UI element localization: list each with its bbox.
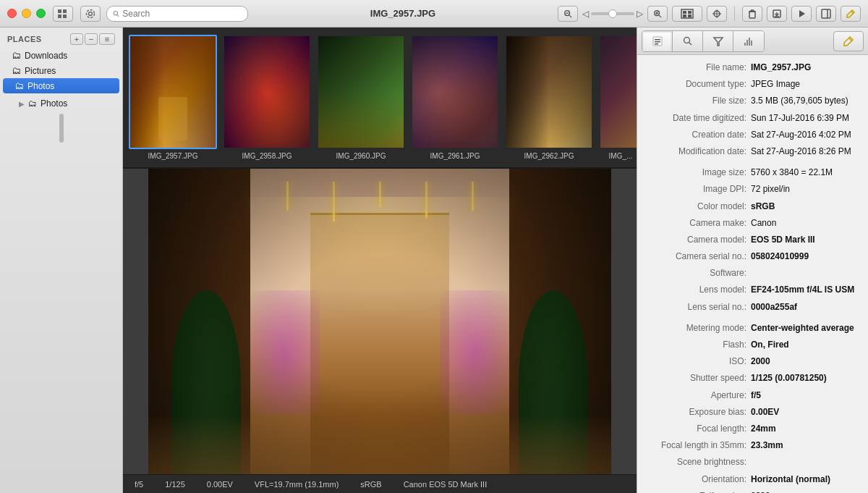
status-camera: Canon EOS 5D Mark III <box>404 480 488 489</box>
info-label: File name: <box>646 61 751 75</box>
tab-info[interactable] <box>642 31 673 51</box>
svg-rect-18 <box>683 14 686 17</box>
info-label: Modification date: <box>646 145 751 159</box>
remove-sidebar-item-button[interactable]: − <box>85 33 98 45</box>
sidebar-item-photos[interactable]: 🗂 Photos <box>3 78 119 93</box>
svg-marker-41 <box>714 38 723 46</box>
tab-histogram[interactable] <box>733 31 764 51</box>
film-item-1[interactable]: IMG_2958.JPG <box>223 35 311 160</box>
search-input[interactable] <box>122 9 242 19</box>
add-sidebar-item-button[interactable]: + <box>70 33 83 45</box>
sidebar-item-pictures[interactable]: 🗂 Pictures <box>0 63 122 78</box>
sidebar-header: Places + − ≡ <box>0 28 122 48</box>
svg-line-7 <box>117 14 119 16</box>
info-value: 0.00EV <box>751 405 859 419</box>
film-item-0[interactable]: IMG_2957.JPG <box>129 35 217 160</box>
tab-filter[interactable] <box>703 31 733 51</box>
info-label: Camera make: <box>646 216 751 230</box>
svg-rect-43 <box>746 40 748 46</box>
info-tab-group <box>642 30 765 52</box>
svg-point-6 <box>114 11 117 14</box>
search-bar[interactable] <box>106 6 248 22</box>
svg-line-14 <box>659 15 661 17</box>
info-value: f/5 <box>751 389 859 403</box>
film-item-5[interactable]: IMG_... <box>599 35 637 160</box>
status-shutter: 1/125 <box>165 480 185 489</box>
delete-button[interactable] <box>742 6 762 22</box>
edit-button[interactable] <box>841 6 861 22</box>
zoom-out-button[interactable] <box>558 6 578 22</box>
sidebar-group-photos[interactable]: ▶ 🗂 Photos <box>0 96 122 111</box>
info-label: Exposure bias: <box>646 405 751 419</box>
close-button[interactable] <box>7 9 17 18</box>
info-value: 24mm <box>751 422 859 436</box>
info-row-software: Software: <box>637 265 868 282</box>
info-value: 1/125 (0.00781250) <box>751 371 859 385</box>
info-row-doctype: Document type: JPEG Image <box>637 76 868 93</box>
photo-area <box>123 169 637 474</box>
film-item-3[interactable]: IMG_2961.JPG <box>411 35 499 160</box>
folder-icon: 🗂 <box>12 50 21 61</box>
svg-rect-32 <box>822 9 830 18</box>
info-value: sRGB <box>751 200 859 214</box>
grid-view-button[interactable] <box>53 6 73 22</box>
info-label: Shutter speed: <box>646 371 751 385</box>
info-label: Aperture: <box>646 389 751 403</box>
search-icon <box>113 10 119 17</box>
fit-to-window-button[interactable] <box>707 6 727 22</box>
film-label: IMG_2957.JPG <box>148 152 198 160</box>
film-thumb[interactable] <box>505 35 593 149</box>
maximize-button[interactable] <box>36 9 46 18</box>
info-label: Color model: <box>646 200 751 214</box>
svg-rect-38 <box>655 43 658 45</box>
info-value: EF24-105mm f/4L IS USM <box>751 283 859 297</box>
svg-rect-0 <box>58 9 61 13</box>
tab-search[interactable] <box>673 31 703 51</box>
svg-point-5 <box>87 9 95 17</box>
film-item-4[interactable]: IMG_2962.JPG <box>505 35 593 160</box>
info-label: ISO: <box>646 355 751 368</box>
sidebar-options-button[interactable]: ≡ <box>99 33 115 45</box>
info-row-lensserial: Lens serial no.: 0000a255af <box>637 299 868 316</box>
scrollbar[interactable] <box>59 114 64 143</box>
info-value: 2000 <box>751 355 859 368</box>
svg-point-39 <box>684 37 689 43</box>
svg-rect-1 <box>63 9 67 13</box>
film-label: IMG_2960.JPG <box>336 152 386 160</box>
zoom-slider[interactable]: ◁ ▷ <box>582 9 643 19</box>
sidebar-item-downloads[interactable]: 🗂 Downloads <box>0 48 122 63</box>
info-label: File size: <box>646 94 751 108</box>
film-thumb[interactable] <box>411 35 499 149</box>
filmstrip: IMG_2957.JPG IMG_2958.JPG IMG_2960.JPG <box>123 28 637 169</box>
toolbar-right: ◁ ▷ <box>558 6 861 22</box>
sidebar-group: ▶ 🗂 Photos <box>0 96 122 111</box>
film-thumb[interactable] <box>129 35 217 149</box>
settings-button[interactable] <box>80 6 101 22</box>
film-thumb[interactable] <box>223 35 311 149</box>
film-thumb[interactable] <box>599 35 637 149</box>
info-label: Exif version: <box>646 489 751 493</box>
tab-edit[interactable] <box>833 31 864 51</box>
divider <box>734 7 735 21</box>
info-value: EOS 5D Mark III <box>751 233 859 247</box>
zoom-in-button[interactable] <box>647 6 668 22</box>
info-row-ev: Exposure bias: 0.00EV <box>637 404 868 421</box>
export-button[interactable] <box>767 6 787 22</box>
info-row-iso: ISO: 2000 <box>637 353 868 370</box>
info-row-orientation: Orientation: Horizontal (normal) <box>637 471 868 488</box>
scrollbar-track <box>0 111 122 493</box>
sidebar: Places + − ≡ 🗂 Downloads 🗂 Pictures 🗂 Ph… <box>0 28 123 493</box>
info-value: Sun 17-Jul-2016 6:39 PM <box>751 111 859 125</box>
minimize-button[interactable] <box>22 9 31 18</box>
slideshow-button[interactable] <box>791 6 812 22</box>
film-label: IMG_2958.JPG <box>242 152 292 160</box>
info-row-dpi: Image DPI: 72 pixel/in <box>637 181 868 198</box>
film-item-2[interactable]: IMG_2960.JPG <box>317 35 405 160</box>
actual-size-button[interactable] <box>672 6 702 22</box>
status-bar: f/5 1/125 0.00EV VFL=19.7mm (19.1mm) sRG… <box>123 474 637 493</box>
folder-icon: 🗂 <box>14 80 24 91</box>
film-thumb[interactable] <box>317 35 405 149</box>
info-value: Center-weighted average <box>751 321 859 335</box>
panel-toggle-button[interactable] <box>816 6 836 22</box>
info-label: Camera serial no.: <box>646 250 751 264</box>
